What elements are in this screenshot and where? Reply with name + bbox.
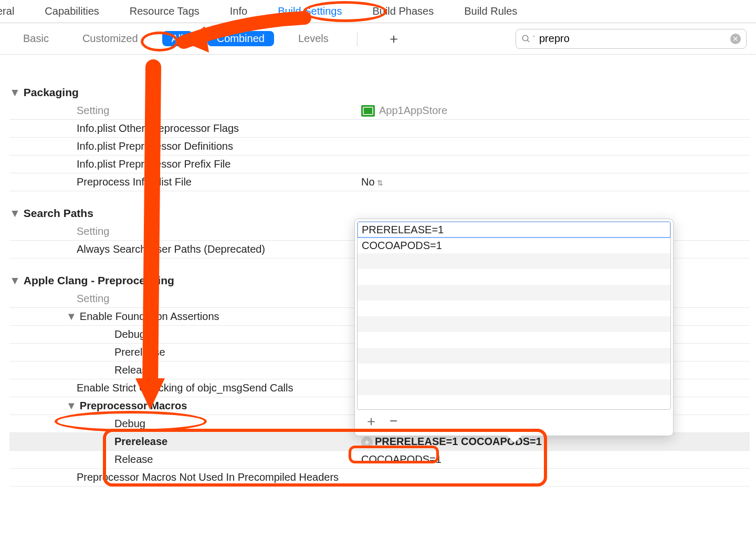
- setting-row[interactable]: Info.plist Preprocessor Prefix File: [9, 156, 750, 173]
- list-item: [358, 253, 670, 269]
- config-row-release[interactable]: Release COCOAPODS=1: [9, 451, 750, 469]
- setting-column-label: Setting: [9, 225, 356, 237]
- search-input[interactable]: [539, 33, 726, 45]
- chevron-down-icon[interactable]: ˇ: [533, 35, 535, 43]
- list-item[interactable]: COCOAPODS=1: [358, 237, 670, 253]
- search-icon: [521, 34, 531, 44]
- popover-pointer-icon: [507, 436, 522, 443]
- target-app-icon: [361, 105, 375, 117]
- list-item: [358, 379, 670, 395]
- list-item: [358, 364, 670, 379]
- list-item: [358, 269, 670, 285]
- setting-column-label: Setting: [9, 105, 356, 117]
- list-item: [358, 348, 670, 364]
- filter-levels[interactable]: Levels: [289, 31, 338, 46]
- tab-build-settings[interactable]: Build Settings: [278, 5, 342, 17]
- disclosure-triangle-icon[interactable]: ▼: [9, 207, 20, 220]
- list-item: [358, 332, 670, 348]
- section-title: Search Paths: [24, 207, 93, 220]
- setting-row[interactable]: Info.plist Other Preprocessor Flags: [9, 120, 750, 138]
- tab-build-phases[interactable]: Build Phases: [372, 5, 434, 17]
- filter-combined[interactable]: Combined: [207, 31, 274, 46]
- add-value-icon[interactable]: +: [361, 437, 373, 448]
- target-name: App1AppStore: [379, 105, 447, 117]
- clear-search-button[interactable]: ✕: [730, 34, 741, 44]
- filter-all[interactable]: All: [162, 31, 193, 46]
- filter-basic[interactable]: Basic: [14, 31, 58, 46]
- popover-footer: ＋ −: [355, 412, 673, 436]
- filter-bar: Basic Customized All Combined Levels ＋ ˇ…: [0, 23, 756, 55]
- disclosure-triangle-icon[interactable]: ▼: [66, 311, 77, 323]
- list-item: [358, 316, 670, 332]
- list-item: [358, 285, 670, 301]
- list-item[interactable]: PRERELEASE=1: [358, 222, 670, 237]
- tab-info[interactable]: Info: [230, 5, 247, 17]
- svg-line-1: [527, 40, 529, 42]
- tab-capabilities[interactable]: Capabilities: [45, 5, 99, 17]
- column-header: Setting App1AppStore: [9, 102, 750, 120]
- search-box[interactable]: ˇ ✕: [516, 29, 747, 49]
- top-tab-bar: eral Capabilities Resource Tags Info Bui…: [0, 0, 756, 23]
- setting-row[interactable]: Preprocessor Macros Not Used In Precompi…: [9, 469, 750, 487]
- list-item: [358, 301, 670, 316]
- separator: [357, 32, 358, 46]
- disclosure-triangle-icon[interactable]: ▼: [9, 274, 20, 287]
- value-editor-popover: PRERELEASE=1 COCOAPODS=1 ＋ −: [354, 219, 674, 436]
- setting-row[interactable]: Preprocess Info.plist File No⇅: [9, 173, 750, 191]
- section-search-paths[interactable]: ▼ Search Paths: [9, 207, 750, 220]
- setting-row[interactable]: Info.plist Preprocessor Definitions: [9, 138, 750, 156]
- filter-customized[interactable]: Customized: [73, 31, 148, 46]
- disclosure-triangle-icon[interactable]: ▼: [9, 86, 20, 99]
- setting-column-label: Setting: [9, 293, 356, 305]
- tab-build-rules[interactable]: Build Rules: [464, 5, 517, 17]
- add-setting-button[interactable]: ＋: [387, 29, 401, 48]
- stepper-icon[interactable]: ⇅: [377, 179, 383, 187]
- svg-point-0: [522, 35, 528, 41]
- value-list[interactable]: PRERELEASE=1 COCOAPODS=1: [357, 221, 671, 410]
- target-column: App1AppStore: [356, 105, 750, 117]
- section-title: Packaging: [24, 86, 79, 99]
- section-packaging[interactable]: ▼ Packaging: [9, 86, 750, 99]
- tab-general[interactable]: eral: [0, 5, 14, 17]
- tab-resource-tags[interactable]: Resource Tags: [130, 5, 200, 17]
- disclosure-triangle-icon[interactable]: ▼: [66, 400, 77, 412]
- section-title: Apple Clang - Preprocessing: [24, 274, 174, 287]
- add-item-button[interactable]: ＋: [364, 412, 378, 430]
- remove-item-button[interactable]: −: [390, 413, 397, 429]
